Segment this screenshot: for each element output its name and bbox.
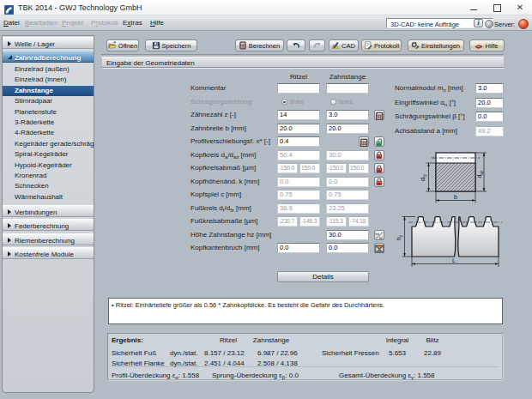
label-kopfhöhenänd-k-mm: Kopfhöhenänd. k [mm] [190, 177, 260, 187]
input-profilverschiebungsf-x-ritzel[interactable]: 0.4 [277, 136, 320, 147]
result-integral-value: 5.653 [389, 349, 406, 357]
calculate-button[interactable]: Berechnen [235, 39, 284, 51]
sidebar-group-label: Welle / Lager [15, 40, 55, 48]
details-button[interactable]: Details [277, 271, 369, 282]
calculator-small-button-zähnezahl-z[interactable] [374, 110, 384, 120]
menu-item-protokoll[interactable]: Protokoll [91, 19, 118, 27]
collapsed-arrow-icon [8, 251, 11, 257]
sidebar-item-kegelräder-gerade-schräg[interactable]: Kegelräder gerade/schräg [3, 139, 94, 149]
sidebar-item-spiral-kegelräder[interactable]: Spiral-Kegelräder [3, 149, 94, 160]
input-zahnbreite-b-mm-zahnstange[interactable]: 20.0 [326, 124, 369, 134]
sidebar-item-schnecken[interactable]: Schnecken [3, 181, 94, 191]
sidebar-item-stirnradpaar[interactable]: Stirnradpaar [3, 96, 94, 106]
svg-text:hz: hz [396, 234, 403, 240]
sidebar-group-verbindungen[interactable]: Verbindungen [3, 205, 94, 217]
svg-text:dfz: dfz [420, 174, 427, 181]
close-button[interactable]: ✕ [513, 1, 527, 14]
cad-button[interactable]: CAD [329, 39, 359, 51]
svg-text:fz: fz [379, 236, 382, 239]
sidebar-item-3-räderkette[interactable]: 3-Räderkette [3, 118, 94, 128]
label-kommentar: Kommentar [190, 83, 226, 94]
input-kopfkreisabmaß-m-zahnstange-1: -150.0 [326, 163, 347, 173]
label-zahnbreite-b-mm: Zahnbreite b [mm] [190, 124, 246, 134]
warning-box: • Ritzel: Einhärtetiefe größer als 0.56 … [108, 298, 504, 324]
svg-text:daz: daz [476, 170, 484, 178]
label-normalmodul-m-mm: Normalmodul mn [mm] [395, 83, 463, 94]
menu-item-hilfe[interactable]: Hilfe [150, 19, 164, 27]
sidebar-group-label: Zahnradberechnung [15, 54, 81, 62]
lock-open-button-profilverschiebungsf-x[interactable] [374, 136, 384, 147]
input-kopfkantenbruch-mm-zahnstange[interactable]: 0.0 [326, 243, 369, 253]
lock-closed-button-kopfkreis-d-d-mm[interactable] [374, 150, 384, 160]
undo-icon [292, 41, 300, 50]
sidebar-item-wärmehaushalt[interactable]: Wärmehaushalt [3, 192, 94, 203]
radio-schrägungsrichtung-ritzel[interactable] [281, 99, 287, 105]
label-kopfspiel-c-mm: Kopfspiel c [mm] [190, 190, 241, 200]
column-header-zahnstange: Zahnstange [322, 73, 373, 81]
overlap-value-1: Sprung-Überdeckung εβ: 0.0 [212, 372, 299, 379]
label-eingriffswinkel-α: Eingriffswinkel αn [°] [395, 98, 456, 108]
label-zähnezahl-z: Zähnezahl z [-] [190, 110, 236, 120]
save-label: Speichern [162, 42, 191, 50]
input-achsabstand-a-mm: 49.2 [475, 126, 504, 136]
input-zähnezahl-z-zahnstange[interactable]: 3.0 [326, 110, 369, 120]
help-button[interactable]: Hilfe [469, 39, 505, 51]
input-kopfkreis-d-d-mm-ritzel: 50.4 [277, 150, 320, 160]
sidebar-group-federberechnung[interactable]: Federberechnung [3, 219, 94, 231]
open-button[interactable]: Öffnen [106, 39, 139, 51]
column-header-ritzel: Ritzel [273, 73, 324, 81]
sidebar-group-zahnradberechnung[interactable]: Zahnradberechnung [3, 51, 94, 63]
protocol-label: Protokoll [374, 42, 399, 50]
sidebar-item-kronenrad[interactable]: Kronenrad [3, 171, 94, 181]
calculator-small-button-profilverschiebungsf-x[interactable] [359, 136, 369, 147]
menu-item-projekt[interactable]: Projekt [62, 19, 83, 27]
results-column-zahnstange: Zahnstange [253, 336, 289, 344]
input-zähnezahl-z-ritzel[interactable]: 14 [277, 110, 320, 120]
cad-icon [331, 41, 340, 50]
sidebar-item-zahnstange[interactable]: Zahnstange [3, 86, 94, 96]
input-höhe-zahnstange-hz-mm-zahnstange[interactable]: 30.0 [326, 230, 369, 240]
chamfer-button-kopfkantenbruch-mm[interactable] [374, 243, 384, 253]
sidebar-group-kostenfreie-module[interactable]: Kostenfreie Module [3, 247, 94, 259]
menu-item-datei[interactable]: Datei [3, 19, 20, 27]
minimize-button[interactable] [467, 1, 481, 14]
lock-closed-button-kopfkreisabmaß-m[interactable] [374, 163, 384, 173]
info-icon[interactable]: i [474, 19, 483, 27]
settings-label: Einstellungen [421, 42, 460, 50]
input-eingriffswinkel-α[interactable]: 20.0 [475, 98, 504, 108]
menu-item-bearbeiten[interactable]: Bearbeiten [25, 19, 58, 27]
warning-text: • Ritzel: Einhärtetiefe größer als 0.56 … [112, 301, 384, 309]
svg-text:b: b [454, 194, 457, 200]
input-schrägungswinkel-β[interactable]: 0.0 [475, 112, 504, 122]
save-button[interactable]: Speichern [145, 39, 197, 51]
label-fußkreisabmaße-m: Fußkreisabmaße [µm] [190, 216, 257, 227]
hz-fz-button-höhe-zahnstange-hz-mm[interactable]: hzfz [374, 230, 384, 240]
lock-closed-button-kopfhöhenänd-k-mm[interactable] [374, 177, 384, 187]
settings-button[interactable]: Einstellungen [408, 39, 464, 51]
sidebar-item-4-räderkette[interactable]: 4-Räderkette [3, 128, 94, 138]
label-schrägungsrichtung: Schrägungsrichtung [190, 97, 251, 107]
tools-icon [411, 41, 420, 50]
input-kommentar-ritzel[interactable] [277, 83, 320, 94]
result-label: Sicherheit Flanke [112, 360, 165, 367]
sidebar-item-einzelrad-innen-[interactable]: Einzelrad (innen) [3, 75, 94, 85]
calculator-icon [239, 41, 247, 50]
input-zahnbreite-b-mm-ritzel[interactable]: 20.0 [277, 124, 320, 134]
input-kommentar-zahnstange[interactable] [326, 83, 369, 94]
undo-button[interactable] [287, 39, 305, 51]
results-column-ritzel: Ritzel [220, 336, 237, 344]
sidebar-group-welle-lager[interactable]: Welle / Lager [3, 37, 94, 49]
protocol-button[interactable]: Protokoll [361, 39, 402, 51]
sidebar-item-hypoid-kegelräder[interactable]: Hypoid-Kegelräder [3, 160, 94, 171]
input-kopfkantenbruch-mm-ritzel[interactable]: 0.0 [277, 243, 320, 253]
input-normalmodul-m-mm[interactable]: 3.0 [475, 83, 504, 94]
sidebar-item-einzelrad-au-en-[interactable]: Einzelrad (außen) [3, 64, 94, 75]
sidebar-item-planetenstufe[interactable]: Planetenstufe [3, 107, 94, 118]
input-fußkreisabmaße-m-zahnstange-1: -115.3 [326, 216, 347, 227]
sidebar-group-riemenberechnung[interactable]: Riemenberechnung [3, 233, 94, 245]
redo-button[interactable] [309, 39, 325, 51]
radio-schrägungsrichtung-zahnstange[interactable] [330, 99, 336, 105]
maximize-button[interactable] [490, 1, 504, 14]
menu-item-extras[interactable]: Extras [123, 19, 142, 27]
folder-open-icon [108, 41, 117, 50]
